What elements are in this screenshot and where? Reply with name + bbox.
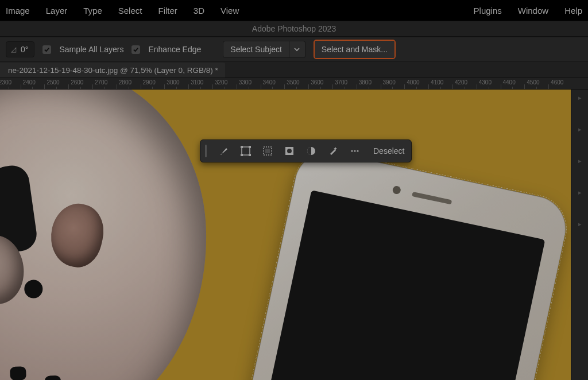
workspace: Deselect ▸ ▸ ▸ ▸ ▸ bbox=[0, 90, 588, 380]
ruler-tick-label: 3500 bbox=[287, 79, 299, 86]
ruler-tick-label: 2600 bbox=[71, 79, 83, 86]
menu-item-help[interactable]: Help bbox=[564, 6, 582, 15]
menu-item-3d[interactable]: 3D bbox=[194, 6, 204, 15]
brush-icon[interactable] bbox=[217, 144, 231, 158]
horizontal-ruler[interactable]: 2200230024002500260027002800290030003100… bbox=[0, 78, 588, 90]
document-tab-row: ne-2021-12-15-19-48-30-utc.jpg @ 71,5% (… bbox=[0, 62, 588, 78]
sample-all-layers-checkbox[interactable] bbox=[42, 45, 51, 54]
menu-right-group: Plugins Window Help bbox=[474, 6, 582, 15]
panel-collapse-icon[interactable]: ▸ bbox=[578, 157, 582, 165]
menu-item-select[interactable]: Select bbox=[118, 6, 142, 15]
piggy-nostril bbox=[10, 366, 26, 380]
select-subject-label: Select Subject bbox=[230, 45, 282, 54]
window-title-bar: Adobe Photoshop 2023 bbox=[0, 21, 588, 37]
ruler-tick-label: 3900 bbox=[383, 79, 396, 86]
transform-icon[interactable] bbox=[239, 144, 253, 158]
window-title: Adobe Photoshop 2023 bbox=[252, 24, 336, 33]
select-and-mask-label: Select and Mask... bbox=[322, 45, 388, 54]
ruler-tick-label: 3100 bbox=[191, 79, 203, 86]
ruler-tick-label: 3000 bbox=[167, 79, 179, 86]
menu-item-filter[interactable]: Filter bbox=[158, 6, 177, 15]
panel-collapse-icon[interactable]: ▸ bbox=[578, 189, 582, 196]
ruler-tick-label: 3200 bbox=[215, 79, 227, 86]
svg-rect-3 bbox=[241, 154, 243, 156]
select-subject-dropdown[interactable]: Select Subject bbox=[223, 41, 305, 58]
ruler-tick-label: 3700 bbox=[335, 79, 347, 86]
ruler-tick-label: 4200 bbox=[455, 79, 467, 86]
svg-point-7 bbox=[287, 149, 292, 153]
enhance-edge-label: Enhance Edge bbox=[148, 45, 201, 54]
select-subject-caret[interactable] bbox=[289, 41, 305, 58]
options-bar: ◿ 0° Sample All Layers Enhance Edge Sele… bbox=[0, 37, 588, 62]
ruler-tick-label: 2900 bbox=[143, 79, 156, 86]
angle-field[interactable]: ◿ 0° bbox=[6, 41, 34, 57]
ruler-tick-label: 3300 bbox=[239, 79, 252, 86]
menu-item-plugins[interactable]: Plugins bbox=[474, 6, 502, 15]
ruler-tick-label: 4300 bbox=[479, 79, 492, 86]
menu-item-window[interactable]: Window bbox=[518, 6, 548, 15]
piggy-eye bbox=[24, 280, 43, 298]
enhance-edge-checkbox[interactable] bbox=[131, 45, 140, 54]
canvas[interactable]: Deselect bbox=[0, 90, 571, 380]
svg-rect-1 bbox=[241, 146, 243, 148]
deselect-button[interactable]: Deselect bbox=[373, 146, 404, 156]
svg-point-9 bbox=[351, 150, 353, 152]
menu-item-image[interactable]: Image bbox=[6, 6, 30, 15]
sample-all-layers-label: Sample All Layers bbox=[59, 45, 123, 54]
piggy-ear bbox=[45, 199, 109, 272]
svg-rect-4 bbox=[249, 154, 251, 156]
ruler-tick-label: 2700 bbox=[95, 79, 107, 86]
ruler-tick-label: 3800 bbox=[359, 79, 372, 86]
fill-icon[interactable] bbox=[261, 144, 274, 158]
ruler-tick-label: 2300 bbox=[0, 79, 11, 86]
angle-value: 0° bbox=[21, 45, 28, 54]
ruler-tick-label: 4500 bbox=[527, 79, 539, 86]
piggy-nostril bbox=[45, 375, 61, 380]
select-subject-button[interactable]: Select Subject bbox=[223, 41, 289, 58]
svg-point-10 bbox=[354, 150, 355, 152]
ruler-tick-label: 2500 bbox=[47, 79, 59, 86]
feather-icon[interactable] bbox=[304, 144, 318, 158]
ruler-tick-label: 4600 bbox=[551, 79, 563, 86]
contextual-task-bar[interactable]: Deselect bbox=[200, 139, 412, 162]
more-icon[interactable] bbox=[348, 144, 362, 158]
panel-collapse-icon[interactable]: ▸ bbox=[578, 94, 582, 102]
ruler-tick-label: 3600 bbox=[311, 79, 323, 86]
panel-collapse-icon[interactable]: ▸ bbox=[578, 220, 582, 228]
menu-left-group: Image Layer Type Select Filter 3D View bbox=[6, 6, 239, 15]
chevron-down-icon bbox=[293, 46, 300, 53]
menu-item-layer[interactable]: Layer bbox=[46, 6, 68, 15]
ruler-tick-label: 4400 bbox=[503, 79, 516, 86]
document-tab-label: ne-2021-12-15-19-48-30-utc.jpg @ 71,5% (… bbox=[8, 66, 218, 75]
menu-item-type[interactable]: Type bbox=[83, 6, 102, 15]
svg-rect-2 bbox=[249, 146, 251, 148]
ruler-tick-label: 2800 bbox=[119, 79, 131, 86]
svg-point-11 bbox=[357, 150, 358, 152]
right-panel-dock[interactable]: ▸ ▸ ▸ ▸ ▸ bbox=[571, 90, 588, 380]
select-and-mask-button[interactable]: Select and Mask... bbox=[315, 41, 394, 58]
svg-rect-0 bbox=[242, 147, 250, 155]
document-tab[interactable]: ne-2021-12-15-19-48-30-utc.jpg @ 71,5% (… bbox=[0, 63, 225, 77]
menu-bar: Image Layer Type Select Filter 3D View P… bbox=[0, 0, 588, 21]
select-and-mask-highlight: Select and Mask... bbox=[314, 40, 396, 59]
ruler-tick-label: 3400 bbox=[263, 79, 276, 86]
panel-collapse-icon[interactable]: ▸ bbox=[578, 126, 582, 133]
angle-icon: ◿ bbox=[11, 45, 16, 53]
ruler-tick-label: 4100 bbox=[431, 79, 443, 86]
magic-wand-icon[interactable] bbox=[326, 144, 340, 158]
ruler-tick-label: 2400 bbox=[23, 79, 36, 86]
drag-handle-icon[interactable] bbox=[205, 145, 207, 157]
mask-icon[interactable] bbox=[283, 144, 296, 158]
ruler-tick-label: 4000 bbox=[407, 79, 419, 86]
menu-item-view[interactable]: View bbox=[220, 6, 239, 15]
